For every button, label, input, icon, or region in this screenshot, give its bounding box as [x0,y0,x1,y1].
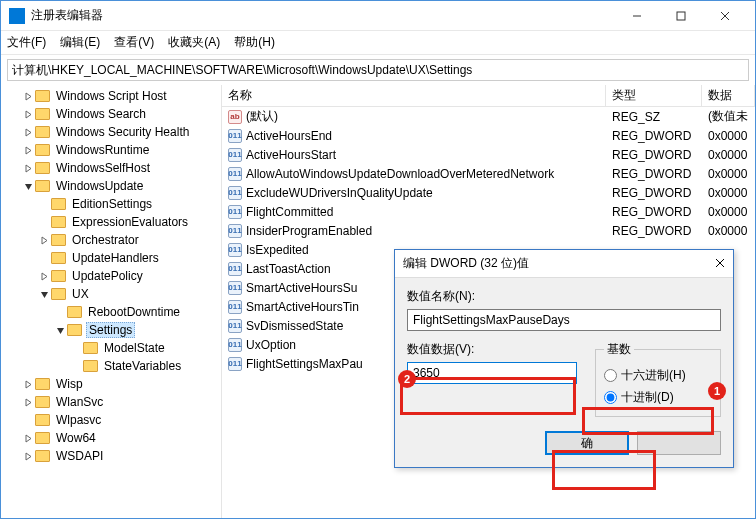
tree-item[interactable]: ExpressionEvaluators [1,213,221,231]
tree-item[interactable]: ModelState [1,339,221,357]
tree-item[interactable]: Windows Security Health [1,123,221,141]
window-title: 注册表编辑器 [31,7,615,24]
folder-icon [35,450,50,462]
value-row[interactable]: 011AllowAutoWindowsUpdateDownloadOverMet… [222,164,755,183]
binary-icon: 011 [228,262,242,276]
value-row[interactable]: ab(默认)REG_SZ(数值未 [222,107,755,126]
value-data: 0x0000 [702,129,755,143]
value-name: SmartActiveHoursTin [246,300,359,314]
expand-icon[interactable] [37,272,51,281]
tree-item-label: RebootDowntime [86,305,182,319]
binary-icon: 011 [228,281,242,295]
col-data[interactable]: 数据 [702,85,755,106]
folder-icon [51,198,66,210]
minimize-button[interactable] [615,2,659,30]
expand-icon[interactable] [21,146,35,155]
radix-legend: 基数 [604,341,634,358]
binary-icon: 011 [228,300,242,314]
regedit-icon [9,8,25,24]
tree-item-label: WindowsSelfHost [54,161,152,175]
expand-icon[interactable] [21,128,35,137]
value-data: 0x0000 [702,205,755,219]
expand-icon[interactable] [21,92,35,101]
tree-item[interactable]: WindowsUpdate [1,177,221,195]
value-name: IsExpedited [246,243,309,257]
value-type: REG_DWORD [606,129,702,143]
tree-item[interactable]: EditionSettings [1,195,221,213]
folder-icon [35,432,50,444]
tree-item[interactable]: Settings [1,321,221,339]
tree-item[interactable]: WindowsRuntime [1,141,221,159]
tree-item[interactable]: Windows Search [1,105,221,123]
tree-item[interactable]: UX [1,285,221,303]
tree-item-label: ModelState [102,341,167,355]
radix-dec-option[interactable]: 十进制(D) [604,386,712,408]
data-input[interactable] [407,362,577,384]
value-type: REG_DWORD [606,186,702,200]
maximize-button[interactable] [659,2,703,30]
value-type: REG_SZ [606,110,702,124]
menu-edit[interactable]: 编辑(E) [60,34,100,51]
expand-icon[interactable] [21,110,35,119]
binary-icon: 011 [228,205,242,219]
value-type: REG_DWORD [606,205,702,219]
menu-favorites[interactable]: 收藏夹(A) [168,34,220,51]
expand-icon[interactable] [21,164,35,173]
expand-icon[interactable] [53,326,67,335]
folder-icon [35,90,50,102]
close-button[interactable] [703,2,747,30]
radix-hex-radio[interactable] [604,369,617,382]
expand-icon[interactable] [37,236,51,245]
tree-item[interactable]: WindowsSelfHost [1,159,221,177]
folder-icon [51,252,66,264]
tree-item[interactable]: StateVariables [1,357,221,375]
binary-icon: 011 [228,186,242,200]
col-type[interactable]: 类型 [606,85,702,106]
dialog-close-button[interactable] [715,257,725,271]
expand-icon[interactable] [21,434,35,443]
key-tree[interactable]: Windows Script HostWindows SearchWindows… [1,85,222,518]
folder-icon [35,108,50,120]
tree-item[interactable]: Wlpasvc [1,411,221,429]
menu-help[interactable]: 帮助(H) [234,34,275,51]
tree-item[interactable]: RebootDowntime [1,303,221,321]
tree-item[interactable]: UpdatePolicy [1,267,221,285]
value-row[interactable]: 011ActiveHoursStartREG_DWORD0x0000 [222,145,755,164]
tree-item[interactable]: Orchestrator [1,231,221,249]
menu-view[interactable]: 查看(V) [114,34,154,51]
address-bar[interactable]: 计算机\HKEY_LOCAL_MACHINE\SOFTWARE\Microsof… [7,59,749,81]
value-row[interactable]: 011ActiveHoursEndREG_DWORD0x0000 [222,126,755,145]
expand-icon[interactable] [21,398,35,407]
folder-icon [51,234,66,246]
value-row[interactable]: 011FlightCommittedREG_DWORD0x0000 [222,202,755,221]
value-row[interactable]: 011InsiderProgramEnabledREG_DWORD0x0000 [222,221,755,240]
value-row[interactable]: 011ExcludeWUDriversInQualityUpdateREG_DW… [222,183,755,202]
data-label: 数值数据(V): [407,341,577,358]
value-name: AllowAutoWindowsUpdateDownloadOverMetere… [246,167,554,181]
tree-item[interactable]: UpdateHandlers [1,249,221,267]
tree-item-label: Wow64 [54,431,98,445]
radix-hex-option[interactable]: 十六进制(H) [604,364,712,386]
expand-icon[interactable] [21,380,35,389]
tree-item[interactable]: WSDAPI [1,447,221,465]
name-input[interactable] [407,309,721,331]
address-text: 计算机\HKEY_LOCAL_MACHINE\SOFTWARE\Microsof… [12,62,472,79]
tree-item[interactable]: Windows Script Host [1,87,221,105]
folder-icon [35,180,50,192]
tree-item[interactable]: Wisp [1,375,221,393]
expand-icon[interactable] [21,182,35,191]
value-type: REG_DWORD [606,148,702,162]
folder-icon [35,396,50,408]
col-name[interactable]: 名称 [222,85,606,106]
ok-button[interactable]: 确 [545,431,629,455]
radix-group: 基数 十六进制(H) 十进制(D) [595,341,721,417]
cancel-button[interactable] [637,431,721,455]
expand-icon[interactable] [37,290,51,299]
radix-dec-radio[interactable] [604,391,617,404]
value-name: SvDismissedState [246,319,343,333]
expand-icon[interactable] [21,452,35,461]
tree-item-label: WindowsRuntime [54,143,151,157]
tree-item[interactable]: Wow64 [1,429,221,447]
menu-file[interactable]: 文件(F) [7,34,46,51]
tree-item[interactable]: WlanSvc [1,393,221,411]
